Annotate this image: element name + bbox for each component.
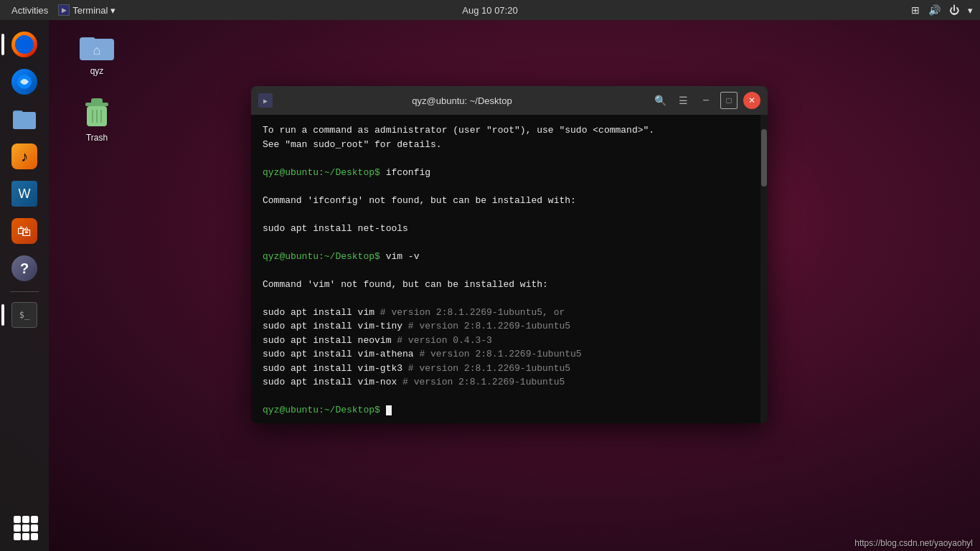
home-folder-label: qyz bbox=[90, 66, 104, 76]
terminal-line-7: Command 'vim' not found, but can be inst… bbox=[263, 278, 756, 292]
terminal-line-11: sudo apt install vim-athena # version 2:… bbox=[263, 347, 756, 362]
topbar-datetime[interactable]: Aug 10 07:20 bbox=[462, 5, 517, 16]
terminal-window: ▶ qyz@ubuntu: ~/Desktop 🔍 ☰ − □ ✕ To run… bbox=[251, 86, 768, 423]
home-folder-image: ⌂ bbox=[80, 29, 114, 63]
terminal-blank-2 bbox=[263, 179, 756, 194]
dock-divider bbox=[10, 291, 39, 292]
desktop-icon-home[interactable]: ⌂ qyz bbox=[68, 29, 126, 76]
terminal-line-9: sudo apt install vim-tiny # version 2:8.… bbox=[263, 319, 756, 334]
rhythmbox-icon: ♪ bbox=[11, 143, 37, 169]
topbar-left: Activities ▶ Terminal ▾ bbox=[7, 4, 116, 17]
firefox-icon bbox=[11, 32, 37, 57]
desktop-icon-trash[interactable]: Trash bbox=[68, 95, 126, 143]
thunderbird-icon bbox=[11, 69, 37, 95]
dock: ♪ W 🛍 ? $_ bbox=[0, 20, 49, 551]
terminal-scrollbar-thumb[interactable] bbox=[761, 129, 767, 187]
terminal-line-8: sudo apt install vim # version 2:8.1.226… bbox=[263, 306, 756, 320]
trash-label: Trash bbox=[86, 133, 108, 143]
terminal-blank-3 bbox=[263, 207, 756, 222]
terminal-minimize-button[interactable]: − bbox=[697, 92, 715, 109]
dock-item-software[interactable]: 🛍 bbox=[7, 214, 42, 248]
dock-item-show-apps[interactable] bbox=[7, 509, 42, 544]
svg-text:⌂: ⌂ bbox=[93, 43, 101, 57]
terminal-body[interactable]: To run a command as administrator (user … bbox=[251, 115, 768, 423]
writer-icon: W bbox=[11, 181, 37, 207]
dock-item-files[interactable] bbox=[7, 102, 42, 136]
dock-bottom bbox=[7, 509, 42, 544]
terminal-blank-1 bbox=[263, 151, 756, 166]
topbar-terminal-label: Terminal bbox=[72, 5, 108, 16]
topbar-terminal-icon: ▶ bbox=[58, 4, 70, 16]
svg-rect-3 bbox=[13, 112, 36, 129]
terminal-blank-4 bbox=[263, 235, 756, 250]
terminal-line-6: qyz@ubuntu:~/Desktop$ vim -v bbox=[263, 250, 756, 264]
dock-item-help[interactable]: ? bbox=[7, 251, 42, 286]
terminal-blank-7 bbox=[263, 390, 756, 404]
terminal-cursor bbox=[386, 405, 392, 415]
terminal-line-5: sudo apt install net-tools bbox=[263, 222, 756, 236]
show-apps-icon bbox=[11, 514, 37, 540]
help-icon: ? bbox=[11, 255, 37, 281]
topbar-terminal-indicator[interactable]: ▶ Terminal ▾ bbox=[58, 4, 116, 16]
volume-icon[interactable]: 🔊 bbox=[928, 4, 941, 16]
dock-item-firefox[interactable] bbox=[7, 27, 42, 62]
terminal-line-3: qyz@ubuntu:~/Desktop$ ifconfig bbox=[263, 166, 756, 180]
dock-item-thunderbird[interactable] bbox=[7, 65, 42, 99]
terminal-titlebar: ▶ qyz@ubuntu: ~/Desktop 🔍 ☰ − □ ✕ bbox=[251, 86, 768, 115]
terminal-scrollbar[interactable] bbox=[760, 115, 768, 423]
terminal-title-icon: ▶ bbox=[258, 93, 273, 108]
terminal-line-12: sudo apt install vim-gtk3 # version 2:8.… bbox=[263, 362, 756, 376]
terminal-search-button[interactable]: 🔍 bbox=[651, 92, 669, 109]
terminal-close-button[interactable]: ✕ bbox=[743, 92, 760, 109]
topbar: Activities ▶ Terminal ▾ Aug 10 07:20 ⊞ 🔊… bbox=[0, 0, 980, 20]
topbar-power-chevron[interactable]: ▾ bbox=[968, 5, 973, 16]
terminal-blank-6 bbox=[263, 291, 756, 306]
terminal-line-13: sudo apt install vim-nox # version 2:8.1… bbox=[263, 375, 756, 390]
files-icon bbox=[11, 105, 37, 133]
power-icon[interactable]: ⏻ bbox=[949, 4, 959, 16]
topbar-terminal-chevron: ▾ bbox=[110, 5, 116, 16]
terminal-title-text: qyz@ubuntu: ~/Desktop bbox=[278, 95, 646, 106]
bottom-url: https://blog.csdn.net/yaoyaohyl bbox=[854, 538, 973, 548]
dock-item-writer[interactable]: W bbox=[7, 176, 42, 211]
topbar-right: ⊞ 🔊 ⏻ ▾ bbox=[911, 4, 973, 16]
terminal-line-2: See "man sudo_root" for details. bbox=[263, 138, 756, 152]
terminal-line-prompt: qyz@ubuntu:~/Desktop$ bbox=[263, 403, 756, 418]
appstore-icon: 🛍 bbox=[11, 218, 37, 244]
terminal-blank-5 bbox=[263, 263, 756, 278]
terminal-line-1: To run a command as administrator (user … bbox=[263, 123, 756, 138]
terminal-line-10: sudo apt install neovim # version 0.4.3-… bbox=[263, 334, 756, 348]
network-icon[interactable]: ⊞ bbox=[911, 4, 920, 16]
terminal-maximize-button[interactable]: □ bbox=[720, 92, 738, 109]
dock-item-rhythmbox[interactable]: ♪ bbox=[7, 139, 42, 174]
terminal-menu-button[interactable]: ☰ bbox=[674, 92, 692, 109]
dock-item-terminal[interactable]: $_ bbox=[7, 298, 42, 332]
trash-image bbox=[80, 95, 114, 130]
svg-rect-8 bbox=[91, 98, 103, 104]
activities-button[interactable]: Activities bbox=[7, 4, 52, 17]
terminal-line-4: Command 'ifconfig' not found, but can be… bbox=[263, 194, 756, 208]
terminal-dock-icon: $_ bbox=[11, 302, 37, 328]
